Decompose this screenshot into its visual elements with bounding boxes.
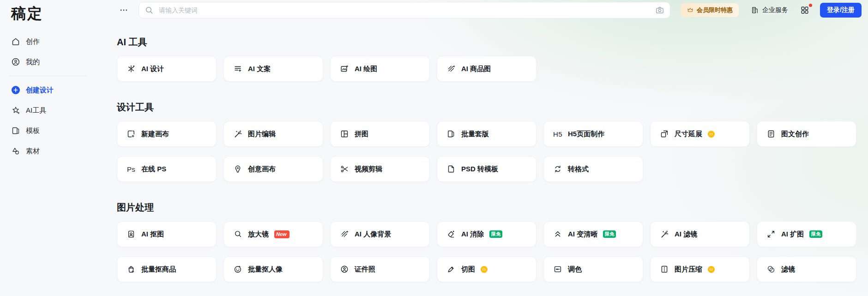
search-icon [145,6,154,15]
building-icon [751,6,759,14]
tool-card[interactable]: 批量抠人像 [223,256,323,282]
tool-card-label: 图片压缩 [675,265,702,274]
tool-card[interactable]: AI 消除限免 [437,221,536,247]
tool-card-label: 图文创作 [781,130,809,139]
tool-card[interactable]: AI 设计 [117,56,217,82]
tool-card[interactable]: AI 扩图限免 [757,221,856,247]
tool-card[interactable]: 拼图 [330,121,430,147]
sidebar-item-0[interactable]: 创作 [11,31,97,52]
tool-card-label: 批量抠商品 [141,265,176,274]
tool-card[interactable]: AI 滤镜 [650,221,750,247]
sidebar-item-6[interactable]: 素材 [11,141,97,161]
search-bar[interactable] [139,2,670,18]
tool-card-label: 视频剪辑 [355,165,382,174]
tool-card[interactable]: 切图 [437,256,536,282]
enterprise-service-button[interactable]: 企业服务 [751,6,788,14]
sidebar-item-label: 创作 [26,37,40,46]
canvas-plus-icon [127,129,136,139]
tool-card-label: 在线 PS [141,165,166,174]
convert-arrows-icon [553,164,562,174]
tool-card[interactable]: 证件照 [330,256,430,282]
section-1: 设计工具新建画布图片编辑拼图批量套版H5H5页面制作尺寸延展图文创作Ps在线 P… [117,101,868,182]
sidebar-item-3[interactable]: 创建设计 [11,80,97,100]
sidebar-item-label: 我的 [26,58,40,66]
tool-card-label: 证件照 [355,265,375,274]
tool-card[interactable]: AI 抠图 [117,221,217,247]
image-plus-icon [340,64,349,73]
tool-card[interactable]: 创意画布 [223,156,323,182]
enterprise-service-label: 企业服务 [762,6,788,14]
tool-card[interactable]: 转格式 [543,156,643,182]
sidebar-item-1[interactable]: 我的 [11,52,97,72]
tool-card[interactable]: 滤镜 [757,256,856,282]
h5-text-icon: H5 [553,129,562,139]
free-badge: 限免 [489,230,502,238]
tool-card[interactable]: 视频剪辑 [330,156,430,182]
tool-card-label: AI 文案 [248,65,271,73]
vip-promo-button[interactable]: 会员限时特惠 [681,3,739,17]
tool-card[interactable]: 批量抠商品 [117,256,217,282]
section-2: 图片处理AI 抠图放大镜NewAI 人像背景AI 消除限免AI 变清晰限免AI … [117,201,868,282]
expand-icon [766,230,776,239]
tool-card-label: 调色 [568,265,582,274]
tool-card-label: 拼图 [355,130,368,139]
tool-card-label: AI 滤镜 [675,230,697,239]
tool-card-label: 创意画布 [248,165,276,174]
card-row: 新建画布图片编辑拼图批量套版H5H5页面制作尺寸延展图文创作 [117,121,868,147]
main-content: AI 工具AI 设计AI 文案AI 绘图AI 商品图设计工具新建画布图片编辑拼图… [117,36,868,296]
eraser-icon [446,230,456,239]
compress-icon [660,265,669,274]
crown-icon [687,6,694,14]
tool-card[interactable]: AI 绘图 [330,56,430,82]
section-title: 图片处理 [117,201,868,214]
apps-grid-button[interactable] [800,6,810,15]
tool-card[interactable]: 放大镜New [223,221,323,247]
tool-card[interactable]: 图片编辑 [223,121,323,147]
plus-circle-icon [11,85,20,95]
doc-text-icon [766,129,776,139]
tool-card[interactable]: 图片压缩 [650,256,750,282]
sidebar-item-label: 模板 [26,127,40,135]
brand-logo[interactable]: 稿定 [11,4,97,24]
tool-card-label: AI 设计 [141,65,164,73]
tool-card-label: 图片编辑 [248,130,276,139]
tool-card[interactable]: 批量套版 [437,121,536,147]
search-input[interactable] [158,6,651,14]
slice-pen-icon [446,265,456,274]
tool-card[interactable]: AI 商品图 [437,56,536,82]
sidebar: 稿定 创作我的创建设计AI工具模板素材 [0,0,97,296]
resize-icon [660,129,669,139]
more-button[interactable] [119,6,133,15]
ps-text-icon: Ps [127,164,136,174]
sidebar-item-label: 素材 [26,147,40,156]
camera-icon[interactable] [655,6,664,15]
sidebar-item-4[interactable]: AI工具 [11,100,97,121]
tool-card[interactable]: AI 变清晰限免 [543,221,643,247]
tool-card-label: AI 商品图 [461,65,491,73]
sidebar-item-5[interactable]: 模板 [11,121,97,141]
sidebar-divider [9,76,88,76]
magic-wand-icon [660,230,669,239]
sharpen-chevrons-icon [553,230,562,239]
user-icon [11,57,20,66]
tool-card-label: 批量抠人像 [248,265,283,274]
tool-card[interactable]: 图文创作 [757,121,856,147]
tool-card[interactable]: AI 人像背景 [330,221,430,247]
topbar: 会员限时特惠 企业服务 登录/注册 [97,0,868,20]
sidebar-item-label: AI工具 [26,106,46,115]
tool-card[interactable]: H5H5页面制作 [543,121,643,147]
free-badge: 限免 [809,230,822,238]
tool-card[interactable]: 调色 [543,256,643,282]
hatch-plus-icon [446,64,456,73]
tool-card-label: 放大镜 [248,230,269,239]
face-icon [233,265,242,274]
tool-card[interactable]: AI 文案 [223,56,323,82]
tool-card[interactable]: PSD 转模板 [437,156,536,182]
text-lines-icon [233,64,242,73]
tool-card[interactable]: 新建画布 [117,121,217,147]
vip-crown-badge [481,266,488,273]
tool-card[interactable]: 尺寸延展 [650,121,750,147]
tool-card[interactable]: Ps在线 PS [117,156,217,182]
login-register-button[interactable]: 登录/注册 [820,3,862,18]
section-0: AI 工具AI 设计AI 文案AI 绘图AI 商品图 [117,36,868,82]
